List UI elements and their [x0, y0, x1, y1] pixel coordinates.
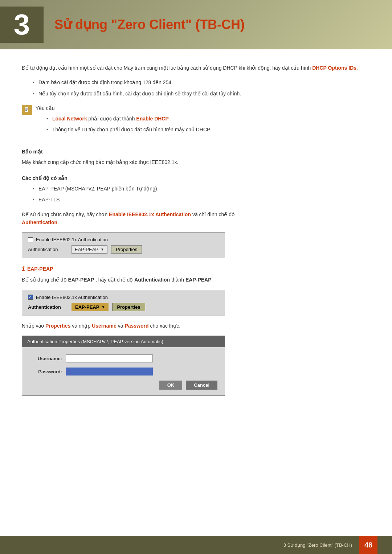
properties-link: Properties: [45, 323, 70, 329]
password-label: Password:: [29, 369, 62, 374]
chapter-number: 3: [0, 7, 44, 43]
list-item: EAP-TLS: [33, 196, 370, 204]
page-number: 48: [359, 536, 377, 554]
password-field-row: Password:: [29, 368, 217, 376]
list-item: EAP-PEAP (MSCHAPv2, PEAP phiên bản Tự độ…: [33, 185, 370, 193]
ok-button[interactable]: OK: [159, 381, 183, 390]
page-footer: 3 Sử dụng "Zero Client" (TB-CH) 48: [0, 536, 392, 554]
panel1-title: Enable IEEE802.1x Authentication: [36, 237, 108, 242]
panel1-checkbox[interactable]: [28, 237, 33, 242]
usage-paragraph: Để sử dụng chức năng này, hãy chọn Enabl…: [22, 210, 370, 227]
note-icon: [22, 105, 32, 115]
panel2-title: Enable IEEE802.1x Authentication: [36, 295, 108, 300]
username-input[interactable]: [66, 354, 153, 362]
dialog-body: Username: Password: OK Cancel: [22, 347, 225, 395]
eap-peap-section: 1 EAP-PEAP Để sử dụng chế độ EAP-PEAP , …: [22, 266, 370, 396]
intro-paragraph: Để tự động đặt cấu hình một số cài đặt c…: [22, 64, 370, 72]
intro-text: Để tự động đặt cấu hình một số cài đặt c…: [22, 65, 311, 71]
modes-heading: Các chế độ có sẵn: [22, 175, 370, 181]
note-label: Yêu cầu: [36, 104, 211, 112]
note-bullet-list: Local Network phải được đặt thành Enable…: [46, 115, 211, 134]
note-content: Yêu cầu Local Network phải được đặt thàn…: [36, 104, 211, 140]
enable-dhcp-label: Enable DHCP: [136, 116, 168, 122]
panel2-dropdown[interactable]: EAP-PEAP ▼: [72, 303, 109, 311]
footer-text: 3 Sử dụng "Zero Client" (TB-CH): [283, 542, 352, 548]
dialog-buttons: OK Cancel: [29, 381, 217, 390]
main-content: Để tự động đặt cấu hình một số cài đặt c…: [0, 64, 392, 431]
section-number: 1: [22, 266, 25, 272]
click-description: Nhấp vào Properties và nhập Username và …: [22, 322, 370, 330]
intro-bullet-list: Đảm bảo cài đặt được chỉ định trong khoả…: [33, 78, 370, 98]
password-input[interactable]: [66, 368, 153, 376]
chapter-header: 3 Sử dụng "Zero Client" (TB-CH): [0, 0, 392, 49]
panel2-properties-button[interactable]: Properties: [112, 303, 145, 311]
panel-2: Enable IEEE802.1x Authentication Authent…: [22, 290, 225, 316]
list-item: Thông tin về ID tùy chọn phải được đặt c…: [46, 126, 211, 134]
dropdown-arrow-icon: ▼: [101, 247, 104, 251]
pencil-icon: [24, 107, 30, 113]
list-item: Nếu tùy chọn này được đặt cấu hình, cài …: [33, 90, 370, 98]
list-item: Đảm bảo cài đặt được chỉ định trong khoả…: [33, 78, 370, 86]
modes-list: EAP-PEAP (MSCHAPv2, PEAP phiên bản Tự độ…: [33, 185, 370, 204]
svg-marker-4: [25, 112, 25, 112]
svg-rect-2: [25, 110, 28, 110]
panel1-properties-button[interactable]: Properties: [111, 245, 142, 254]
authentication-link: Authentication: [22, 219, 57, 225]
password-link: Password: [124, 323, 148, 329]
username-field-row: Username:: [29, 354, 217, 362]
list-item: Local Network phải được đặt thành Enable…: [46, 115, 211, 123]
note-box: Yêu cầu Local Network phải được đặt thàn…: [22, 104, 370, 140]
local-network-label: Local Network: [52, 116, 87, 122]
svg-rect-3: [25, 110, 27, 111]
svg-rect-1: [25, 108, 28, 109]
panel2-auth-label: Authentication: [28, 304, 68, 310]
chapter-title: Sử dụng "Zero Client" (TB-CH): [54, 17, 245, 32]
username-label: Username:: [29, 356, 62, 361]
username-link: Username: [92, 323, 117, 329]
eap-peap-description: Để sử dụng chế độ EAP-PEAP , hãy đặt chế…: [22, 276, 370, 284]
dialog-title-bar: Authentication Properties (MSCHAPv2, PEA…: [22, 336, 225, 347]
dropdown-arrow-icon: ▼: [101, 305, 105, 309]
security-text: Máy khách cung cấp chức năng bảo mật bằn…: [22, 158, 370, 166]
security-heading: Bảo mật: [22, 149, 370, 155]
panel1-auth-label: Authentication: [28, 247, 68, 252]
eap-peap-title: EAP-PEAP: [27, 266, 53, 272]
panel-1: Enable IEEE802.1x Authentication Authent…: [22, 232, 225, 258]
enable-ieee-link: Enable IEEE802.1x Authentication: [109, 212, 191, 217]
eap-peap-heading: 1 EAP-PEAP: [22, 266, 370, 272]
cancel-button[interactable]: Cancel: [186, 381, 217, 390]
auth-properties-dialog: Authentication Properties (MSCHAPv2, PEA…: [22, 336, 225, 396]
panel1-dropdown[interactable]: EAP-PEAP ▼: [72, 245, 107, 254]
dhcp-options-link: DHCP Options IDs: [312, 65, 356, 71]
panel2-checkbox[interactable]: [28, 295, 33, 300]
